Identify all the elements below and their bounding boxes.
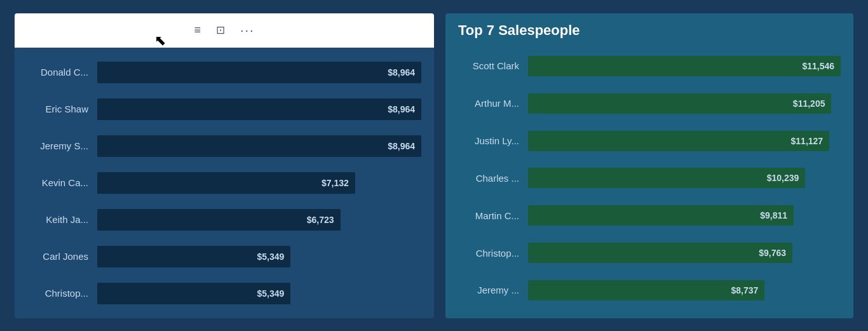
left-bar-track: $8,964: [97, 62, 421, 83]
left-bar-fill: $6,723: [97, 209, 341, 231]
left-bar-row: Eric Shaw $8,964: [27, 96, 421, 123]
right-bar-label: Scott Clark: [458, 60, 528, 71]
right-bar-track: $11,546: [528, 56, 841, 76]
left-bar-value: $8,964: [388, 67, 415, 78]
right-bar-label: Christop...: [458, 248, 528, 259]
dashboard: ≡ ⊡ ··· ⬉ Donald C... $8,964 Eric Shaw $…: [8, 7, 860, 325]
cursor: ⬉: [154, 32, 166, 49]
right-bar-fill: $10,239: [528, 168, 805, 188]
left-panel-toolbar: ≡ ⊡ ··· ⬉: [15, 13, 434, 48]
right-bar-fill: $11,205: [528, 93, 831, 114]
right-bar-track: $11,205: [528, 93, 841, 114]
left-bar-track: $5,349: [97, 283, 421, 304]
right-bar-row: Charles ... $10,239: [458, 165, 841, 191]
right-bar-value: $10,239: [767, 173, 799, 183]
left-bar-row: Christop... $5,349: [27, 280, 421, 307]
left-bar-value: $6,723: [307, 215, 334, 225]
left-panel: ≡ ⊡ ··· ⬉ Donald C... $8,964 Eric Shaw $…: [15, 13, 434, 318]
right-bar-fill: $11,546: [528, 56, 841, 76]
left-bar-fill: $7,132: [97, 172, 355, 194]
right-bar-track: $9,763: [528, 243, 841, 263]
right-bar-label: Arthur M...: [458, 98, 528, 109]
right-bar-fill: $9,811: [528, 205, 794, 226]
left-bar-track: $7,132: [97, 172, 421, 194]
right-bar-row: Christop... $9,763: [458, 240, 841, 266]
left-bar-row: Carl Jones $5,349: [27, 243, 421, 270]
left-bar-label: Keith Ja...: [27, 214, 97, 225]
left-bar-label: Donald C...: [27, 67, 97, 78]
right-bar-track: $9,811: [528, 205, 841, 226]
right-bar-row: Arthur M... $11,205: [458, 91, 841, 116]
right-bar-track: $10,239: [528, 168, 841, 188]
right-bar-value: $9,811: [760, 210, 787, 220]
right-bar-row: Justin Ly... $11,127: [458, 128, 841, 154]
left-bar-list: Donald C... $8,964 Eric Shaw $8,964 Jere…: [15, 48, 434, 318]
right-bar-label: Charles ...: [458, 173, 528, 184]
right-panel: Top 7 Salespeople Scott Clark $11,546 Ar…: [445, 13, 853, 318]
left-bar-row: Jeremy S... $8,964: [27, 133, 421, 159]
right-bar-label: Martin C...: [458, 210, 528, 221]
right-panel-title: Top 7 Salespeople: [458, 22, 841, 39]
right-bar-row: Scott Clark $11,546: [458, 53, 841, 79]
right-bar-track: $8,737: [528, 280, 841, 301]
left-bar-fill: $5,349: [97, 283, 290, 304]
left-bar-label: Carl Jones: [27, 251, 97, 262]
right-bar-list: Scott Clark $11,546 Arthur M... $11,205 …: [458, 48, 841, 309]
left-bar-track: $6,723: [97, 209, 421, 231]
left-bar-label: Kevin Ca...: [27, 177, 97, 188]
left-bar-track: $8,964: [97, 98, 421, 120]
left-bar-value: $5,349: [257, 252, 284, 262]
right-bar-row: Jeremy ... $8,737: [458, 278, 841, 303]
more-icon[interactable]: ···: [240, 23, 255, 37]
left-bar-fill: $8,964: [97, 98, 421, 120]
right-bar-label: Justin Ly...: [458, 135, 528, 146]
right-bar-value: $11,546: [802, 61, 834, 71]
left-bar-value: $7,132: [322, 178, 349, 188]
left-bar-label: Jeremy S...: [27, 140, 97, 151]
right-bar-fill: $11,127: [528, 131, 829, 151]
left-bar-label: Christop...: [27, 288, 97, 299]
right-bar-label: Jeremy ...: [458, 285, 528, 295]
right-bar-row: Martin C... $9,811: [458, 203, 841, 228]
right-bar-value: $8,737: [731, 285, 758, 295]
left-bar-fill: $8,964: [97, 135, 421, 157]
right-bar-value: $11,127: [791, 136, 824, 146]
right-bar-fill: $8,737: [528, 280, 764, 301]
right-bar-value: $9,763: [759, 248, 786, 258]
menu-icon[interactable]: ≡: [194, 24, 201, 37]
left-bar-value: $8,964: [388, 141, 415, 151]
left-bar-row: Donald C... $8,964: [27, 59, 421, 86]
left-bar-track: $5,349: [97, 246, 421, 267]
left-bar-fill: $8,964: [97, 62, 421, 83]
right-bar-track: $11,127: [528, 131, 841, 151]
right-bar-value: $11,205: [793, 98, 825, 109]
left-bar-value: $5,349: [257, 288, 284, 299]
left-bar-track: $8,964: [97, 135, 421, 157]
left-bar-row: Kevin Ca... $7,132: [27, 170, 421, 196]
right-bar-fill: $9,763: [528, 243, 792, 263]
left-bar-label: Eric Shaw: [27, 104, 97, 114]
expand-icon[interactable]: ⊡: [216, 24, 225, 37]
left-bar-value: $8,964: [388, 104, 415, 114]
left-bar-fill: $5,349: [97, 246, 290, 267]
left-bar-row: Keith Ja... $6,723: [27, 206, 421, 233]
